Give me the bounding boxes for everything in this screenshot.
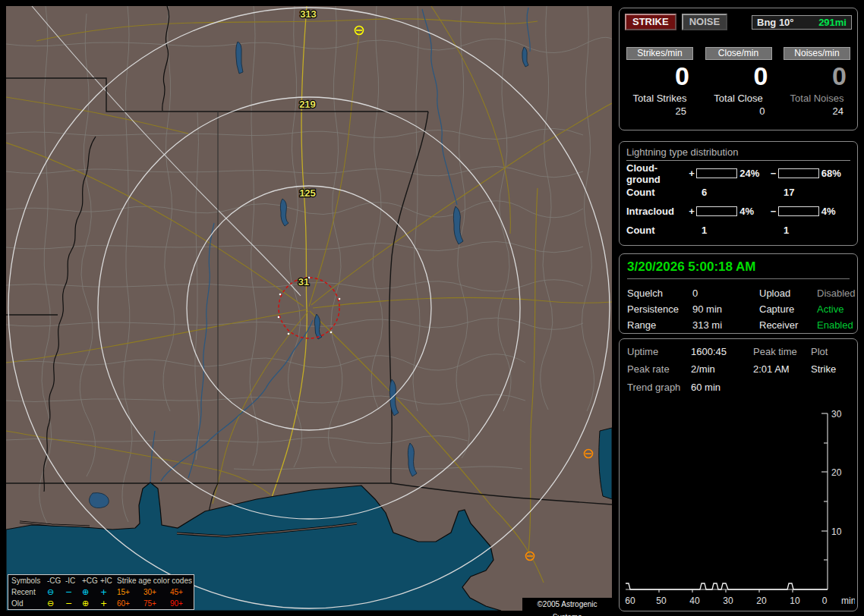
legend-recent-row: Recent ⊖ − ⊕ + 15+ 30+ 45+ xyxy=(8,586,194,598)
peak-time-label: Peak time xyxy=(753,346,811,357)
peak-rate-value: 2/min xyxy=(691,363,753,375)
distribution-title: Lightning type distribution xyxy=(626,146,850,161)
ring-label-125: 125 xyxy=(299,187,316,199)
noises-rate: 0 xyxy=(784,60,850,92)
noises-per-min-chip[interactable]: Noises/min xyxy=(784,47,850,60)
capture-value: Active xyxy=(817,303,856,315)
x-tick-10: 10 xyxy=(790,596,800,606)
minus-sign: − xyxy=(769,168,778,179)
age-15: 15+ xyxy=(117,587,143,598)
uptime-grid: Uptime 1600:45 Peak time Plot Peak rate … xyxy=(627,346,850,375)
river-reservoir xyxy=(599,428,612,499)
strike-mode-button[interactable]: STRIKE xyxy=(625,14,676,30)
x-tick-30: 30 xyxy=(723,596,733,606)
age-45: 45+ xyxy=(170,587,195,598)
ic-minus-count: 1 xyxy=(784,225,789,236)
squelch-value: 0 xyxy=(692,288,759,299)
cg-plus-count: 6 xyxy=(702,187,784,198)
copyright-label: ©2005 Astrogenic Systems xyxy=(522,598,612,611)
strikes-counter: Strikes/min 0 Total Strikes 25 xyxy=(626,47,693,117)
upload-value: Disabled xyxy=(817,288,856,299)
total-close-label: Total Close xyxy=(705,93,772,104)
counters-panel: STRIKE NOISE Bng 10° 291mi Strikes/min 0… xyxy=(619,8,858,130)
pos-ic-recent-icon: + xyxy=(100,587,117,598)
x-tick-50: 50 xyxy=(656,596,667,606)
age-75: 75+ xyxy=(143,599,170,609)
legend-recent-label: Recent xyxy=(11,587,47,598)
neg-cg-old-icon: ⊖ xyxy=(47,599,65,609)
receiver-value: Enabled xyxy=(817,319,856,331)
map-canvas: 313 219 125 31 xyxy=(6,6,612,611)
legend-old-label: Old xyxy=(11,599,47,609)
close-rate: 0 xyxy=(705,60,772,92)
ring-label-219: 219 xyxy=(299,99,316,110)
legend-header-row: Symbols -CG -IC +CG +IC Strike age color… xyxy=(8,575,194,586)
legend-age-title: Strike age color codes xyxy=(117,576,195,586)
bearing-distance: 291mi xyxy=(818,17,847,28)
cg-minus-count: 17 xyxy=(784,187,794,198)
map-legend: Symbols -CG -IC +CG +IC Strike age color… xyxy=(8,574,194,610)
cg-plus-bar xyxy=(696,168,737,178)
noise-mode-button[interactable]: NOISE xyxy=(682,14,727,30)
trend-graph-label: Trend graph xyxy=(627,382,691,393)
status-grid: Squelch 0 Upload Disabled Persistence 90… xyxy=(627,288,850,331)
pos-cg-old-icon: ⊕ xyxy=(82,599,100,609)
uptime-value: 1600:45 xyxy=(691,346,753,357)
legend-pos-cg-header: +CG xyxy=(82,576,100,586)
neg-ic-old-icon: − xyxy=(65,599,82,609)
mode-button-row: STRIKE NOISE Bng 10° 291mi xyxy=(620,8,857,30)
y-tick-10: 10 xyxy=(831,526,842,537)
ic-minus-bar xyxy=(778,206,819,216)
trend-axes xyxy=(626,413,828,592)
cg-count-label: Count xyxy=(626,187,702,198)
x-tick-0: 0 xyxy=(822,596,828,606)
total-strikes-value: 25 xyxy=(626,105,693,117)
strikes-per-min-chip[interactable]: Strikes/min xyxy=(626,47,693,60)
interstate-road xyxy=(32,6,301,296)
ring-label-313: 313 xyxy=(300,8,317,20)
receiver-label: Receiver xyxy=(759,319,817,331)
strikes-rate: 0 xyxy=(626,60,693,92)
trend-graph: 30 20 10 60 50 40 30 20 10 0 min xyxy=(621,406,855,609)
trend-panel: Uptime 1600:45 Peak time Plot Peak rate … xyxy=(619,338,858,611)
cloud-ground-label: Cloud-ground xyxy=(626,162,687,185)
lightning-map[interactable]: 313 219 125 31 xyxy=(6,6,612,611)
neg-cg-recent-icon: ⊖ xyxy=(47,587,65,598)
x-tick-40: 40 xyxy=(689,596,700,606)
trend-graph-window: 60 min xyxy=(691,382,850,393)
peak-rate-label: Peak rate xyxy=(627,363,691,375)
bearing-label: Bng 10° xyxy=(757,17,794,28)
strike-symbol-negcg-aged xyxy=(585,450,593,458)
trend-y-tick-labels: 30 20 10 xyxy=(831,409,842,537)
plus-sign: + xyxy=(687,206,696,217)
neg-ic-recent-icon: − xyxy=(65,587,82,598)
close-counter: Close/min 0 Total Close 0 xyxy=(705,47,772,117)
peak-time-value: 2:01 AM xyxy=(753,363,811,375)
state-borders xyxy=(6,78,612,519)
ic-count-label: Count xyxy=(626,225,702,236)
ic-plus-count: 1 xyxy=(702,225,784,236)
capture-label: Capture xyxy=(759,303,817,315)
intracloud-count-row: Count 1 1 xyxy=(626,221,850,240)
total-strikes-label: Total Strikes xyxy=(626,93,693,104)
upload-label: Upload xyxy=(759,288,817,299)
lightning-distribution-panel: Lightning type distribution Cloud-ground… xyxy=(619,141,858,246)
uptime-label: Uptime xyxy=(627,346,691,357)
strike-symbol-negcg-aged xyxy=(526,552,534,561)
plus-sign: + xyxy=(687,168,696,179)
status-panel: 3/20/2026 5:00:18 AM Squelch 0 Upload Di… xyxy=(619,253,858,334)
age-90: 90+ xyxy=(170,599,195,609)
legend-symbols-label: Symbols xyxy=(11,576,47,586)
minus-sign: − xyxy=(769,206,778,217)
persistence-value: 90 min xyxy=(692,303,759,315)
ic-plus-bar xyxy=(696,206,737,216)
total-noises-label: Total Noises xyxy=(784,93,850,104)
county-borders xyxy=(6,6,612,523)
noises-counter: Noises/min 0 Total Noises 24 xyxy=(784,47,850,117)
legend-old-row: Old ⊖ − ⊕ + 60+ 75+ 90+ xyxy=(8,598,194,609)
persistence-label: Persistence xyxy=(627,303,692,315)
close-per-min-chip[interactable]: Close/min xyxy=(705,47,772,60)
plot-value: Strike xyxy=(811,363,850,375)
ic-plus-pct: 4% xyxy=(739,206,768,217)
total-close-value: 0 xyxy=(705,105,772,117)
